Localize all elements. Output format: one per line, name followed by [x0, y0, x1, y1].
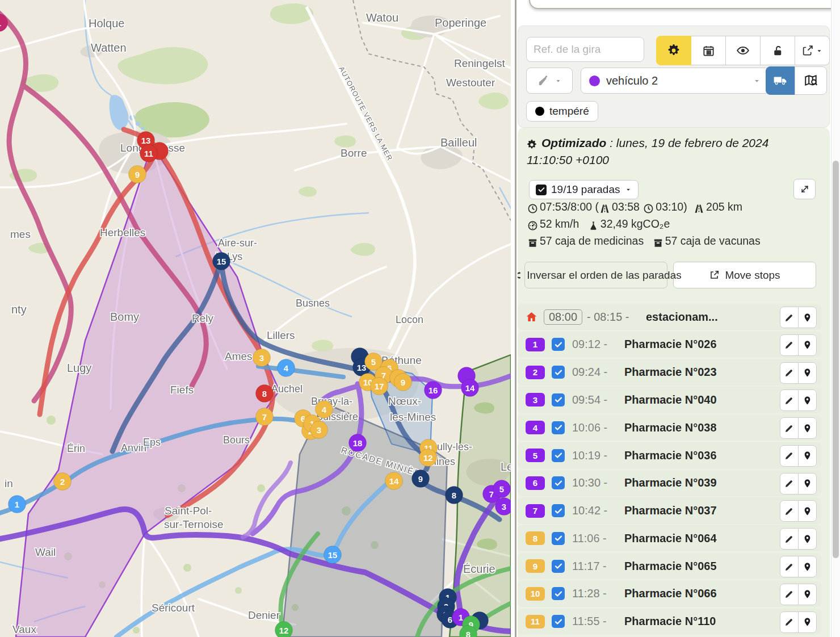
stop-row[interactable]: 5 10:19 - Pharmacie N°036: [518, 442, 821, 468]
map-view-button[interactable]: [795, 66, 827, 95]
calendar-button[interactable]: [691, 36, 726, 65]
map-marker[interactable]: 14: [461, 379, 479, 397]
stop-row[interactable]: 2 09:24 - Pharmacie N°023: [518, 359, 821, 385]
locate-stop-button[interactable]: [798, 528, 817, 550]
tour-ref-input[interactable]: [526, 37, 644, 62]
stats-line-cargo: 57 caja de medicinas 57 caja de vacunas: [527, 232, 761, 249]
lock-button[interactable]: [760, 36, 795, 65]
stop-checkbox[interactable]: [552, 393, 565, 406]
locate-stop-button[interactable]: [798, 500, 817, 522]
map-marker[interactable]: 12: [419, 449, 437, 467]
locate-stop-button[interactable]: [798, 307, 817, 328]
map-marker[interactable]: 15: [324, 546, 342, 564]
stop-row[interactable]: 7 10:42 - Pharmacie N°037: [518, 497, 821, 523]
stop-row[interactable]: 3 09:54 - Pharmacie N°040: [518, 387, 821, 413]
locate-stop-button[interactable]: [798, 334, 817, 356]
map-marker[interactable]: 1: [9, 496, 26, 513]
temperature-badge[interactable]: tempéré: [526, 101, 598, 121]
locate-stop-button[interactable]: [798, 362, 817, 384]
locate-stop-button[interactable]: [798, 417, 817, 439]
map-marker[interactable]: 2: [54, 473, 72, 491]
locate-stop-button[interactable]: [798, 473, 817, 494]
stop-row[interactable]: 1 09:12 - Pharmacie N°026: [518, 332, 821, 358]
map-marker[interactable]: 3: [495, 498, 511, 516]
settings-button[interactable]: [656, 36, 691, 65]
map-marker[interactable]: 8: [256, 385, 274, 403]
stop-checkbox[interactable]: [552, 421, 565, 434]
stop-checkbox[interactable]: [552, 615, 565, 628]
map-label: Fiefs: [170, 384, 194, 396]
map-icon: [804, 73, 818, 88]
home-stop-row[interactable]: 08:00 - 08:15 - estacionam...: [518, 304, 821, 330]
locate-stop-button[interactable]: [798, 584, 817, 605]
departure-time-input[interactable]: 08:00: [544, 309, 582, 325]
edit-stop-button[interactable]: [780, 473, 799, 494]
edit-stop-button[interactable]: [780, 556, 799, 577]
style-brush-button[interactable]: [526, 68, 573, 94]
edit-stop-button[interactable]: [780, 500, 799, 522]
edit-stop-button[interactable]: [780, 307, 799, 328]
stop-checkbox[interactable]: [552, 532, 565, 545]
pencil-icon: [784, 451, 794, 460]
stop-row[interactable]: 8 11:06 - Pharmacie N°064: [518, 525, 821, 551]
checkbox-icon: [536, 185, 547, 195]
map-label: les-Mines: [390, 411, 436, 423]
map-marker[interactable]: 17: [371, 378, 388, 395]
edit-stop-button[interactable]: [780, 528, 799, 550]
expand-button[interactable]: [793, 179, 816, 199]
locate-stop-button[interactable]: [798, 611, 817, 633]
stop-name: Pharmacie N°026: [624, 338, 717, 351]
map-marker[interactable]: 16: [425, 382, 442, 399]
map-marker[interactable]: 9: [412, 470, 430, 488]
map-marker[interactable]: 3: [253, 349, 271, 367]
stop-checkbox[interactable]: [552, 587, 565, 600]
map-marker[interactable]: 8: [446, 487, 463, 504]
locate-stop-button[interactable]: [798, 556, 817, 577]
map-marker[interactable]: 4: [316, 401, 333, 418]
edit-stop-button[interactable]: [780, 584, 799, 605]
map-marker[interactable]: 12: [275, 622, 293, 637]
stops-filter-button[interactable]: 19/19 paradas: [529, 180, 639, 199]
export-button[interactable]: [795, 36, 830, 65]
map-marker[interactable]: 11: [140, 145, 158, 162]
map-marker[interactable]: 4: [278, 359, 295, 377]
map-marker[interactable]: 7: [256, 408, 274, 426]
stop-row[interactable]: 9 11:17 - Pharmacie N°065: [518, 553, 821, 579]
reverse-order-button[interactable]: Inversar el orden de las paradas: [524, 262, 667, 288]
map-marker[interactable]: 3: [310, 421, 328, 439]
edit-stop-button[interactable]: [780, 611, 799, 633]
stop-row[interactable]: 6 10:30 - Pharmacie N°039: [518, 470, 821, 496]
stop-checkbox[interactable]: [552, 504, 565, 517]
locate-stop-button[interactable]: [798, 445, 817, 467]
stop-row[interactable]: 10 11:28 - Pharmacie N°066: [518, 581, 821, 607]
stop-checkbox[interactable]: [552, 560, 565, 573]
map-marker[interactable]: 9: [394, 374, 412, 391]
map-marker[interactable]: 14: [385, 472, 403, 490]
move-stops-button[interactable]: Move stops: [673, 262, 816, 288]
map-marker[interactable]: 5: [493, 480, 511, 498]
stop-row[interactable]: 4 10:06 - Pharmacie N°038: [518, 414, 821, 441]
stop-time: 09:12 -: [572, 338, 611, 351]
stop-checkbox[interactable]: [552, 449, 565, 462]
edit-stop-button[interactable]: [780, 445, 799, 467]
locate-stop-button[interactable]: [798, 389, 817, 411]
vehicle-select[interactable]: vehículo 2: [581, 68, 770, 94]
stop-row[interactable]: 11 11:55 - Pharmacie N°110: [518, 609, 821, 635]
scrollbar-thumb[interactable]: [833, 161, 839, 558]
edit-stop-button[interactable]: [780, 334, 799, 356]
stop-checkbox[interactable]: [552, 338, 565, 351]
map-marker[interactable]: 9: [129, 166, 146, 183]
map-marker[interactable]: 15: [213, 253, 230, 270]
edit-stop-button[interactable]: [780, 362, 799, 384]
stop-time: 10:30 -: [572, 476, 611, 489]
vehicle-view-button[interactable]: [766, 66, 795, 95]
stop-checkbox[interactable]: [552, 366, 565, 379]
map[interactable]: HolqueWattenWatouPoperingeReningelstWest…: [0, 0, 511, 637]
visibility-button[interactable]: [725, 36, 761, 65]
sidebar-divider[interactable]: [515, 0, 516, 637]
stop-checkbox[interactable]: [552, 476, 565, 489]
edit-stop-button[interactable]: [780, 417, 799, 439]
map-marker[interactable]: 18: [349, 434, 367, 452]
edit-stop-button[interactable]: [780, 389, 799, 411]
sidebar-scrollbar[interactable]: [831, 0, 840, 637]
